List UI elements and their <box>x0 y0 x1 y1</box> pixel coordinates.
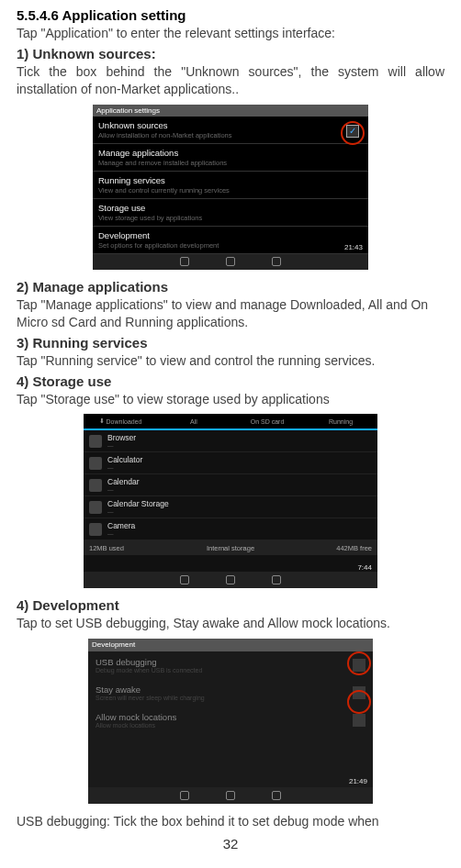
dev-row: Allow mock locations Allow mock location… <box>88 707 373 734</box>
annotation-circle-icon <box>347 690 371 714</box>
page-number: 32 <box>17 836 444 851</box>
para-running-services: Tap "Running service" to view and contro… <box>17 352 444 371</box>
app-icon <box>89 501 102 514</box>
row-title: Manage applications <box>98 148 363 158</box>
annotation-circle-icon <box>341 121 365 145</box>
row-title: Development <box>98 230 363 240</box>
row-sub: Set options for application development <box>98 241 363 250</box>
dev-sub: Screen will never sleep while charging <box>96 695 345 701</box>
back-icon <box>180 575 189 584</box>
sub-development: 4) Development <box>17 597 444 613</box>
app-sub: — <box>107 508 169 515</box>
sub-manage-apps: 2) Manage applications <box>17 279 444 295</box>
para-usb-debugging: USB debugging: Tick the box behind it to… <box>17 813 444 831</box>
app-sub: — <box>107 530 135 537</box>
recent-icon <box>272 791 281 800</box>
app-name: Browser <box>107 433 136 442</box>
row-sub: View and control currently running servi… <box>98 186 363 195</box>
app-row: Calendar— <box>84 474 377 496</box>
para-development: Tap to set USB debugging, Stay awake and… <box>17 615 444 633</box>
recent-icon <box>272 575 281 584</box>
tab-label: Running <box>329 418 353 425</box>
sub-unknown-sources: 1) Unknown sources: <box>17 46 444 61</box>
dev-title: Allow mock locations <box>96 712 345 722</box>
back-icon <box>180 257 189 266</box>
storage-used: 12MB used <box>84 540 182 555</box>
row-sub: Allow installation of non-Market applica… <box>98 131 363 139</box>
dev-sub: Allow mock locations <box>96 722 345 729</box>
nav-bar <box>93 254 368 270</box>
section-heading: 5.5.4.6 Application setting <box>17 7 444 23</box>
status-time: 21:49 <box>349 777 367 785</box>
tab-bar: ⬇Downloaded All On SD card Running <box>84 414 377 430</box>
app-row: Browser— <box>84 430 377 452</box>
intro-text: Tap "Application" to enter the relevant … <box>17 25 444 43</box>
app-icon <box>89 523 102 536</box>
status-time: 7:44 <box>357 563 372 572</box>
dev-title: Stay awake <box>96 684 345 695</box>
settings-row: Development Set options for application … <box>93 227 368 254</box>
sub-storage-use: 4) Storage use <box>17 373 444 389</box>
annotation-circle-icon <box>347 651 371 675</box>
screenshot-development: Development USB debugging Debug mode whe… <box>88 639 373 804</box>
status-time: 21:43 <box>344 243 363 251</box>
settings-row: Storage use View storage used by applica… <box>93 199 368 227</box>
tab-sdcard: On SD card <box>230 414 304 430</box>
settings-row: Unknown sources Allow installation of no… <box>93 117 368 144</box>
app-sub: — <box>107 442 136 449</box>
app-sub: — <box>107 486 140 493</box>
tab-all: All <box>157 414 230 430</box>
screenshot-manage-apps: ⬇Downloaded All On SD card Running Brows… <box>84 414 377 588</box>
dev-title: USB debugging <box>96 657 345 667</box>
storage-free: 442MB free <box>279 540 377 555</box>
checkbox-icon <box>353 714 365 727</box>
app-icon <box>89 457 102 470</box>
app-icon <box>89 435 102 448</box>
recent-icon <box>272 257 281 266</box>
app-icon <box>89 479 102 492</box>
back-icon <box>180 791 189 800</box>
nav-bar <box>84 572 377 588</box>
row-sub: View storage used by applications <box>98 214 363 222</box>
storage-bar: 12MB used Internal storage 442MB free <box>84 540 377 555</box>
screenshot-app-settings: Application settings Unknown sources All… <box>93 105 368 270</box>
row-sub: Manage and remove installed applications <box>98 159 363 167</box>
dev-row: Stay awake Screen will never sleep while… <box>88 679 373 707</box>
sub-running-services: 3) Running services <box>17 335 444 351</box>
app-name: Camera <box>107 521 135 530</box>
screenshot-titlebar: Development <box>88 639 373 651</box>
storage-type: Internal storage <box>182 540 280 555</box>
row-title: Running services <box>98 175 363 185</box>
download-icon: ⬇ <box>99 417 105 425</box>
screenshot-titlebar: Application settings <box>93 105 368 117</box>
row-title: Unknown sources <box>98 120 363 130</box>
dev-sub: Debug mode when USB is connected <box>96 667 345 673</box>
home-icon <box>226 257 235 266</box>
app-row: Calculator— <box>84 452 377 474</box>
tab-label: On SD card <box>251 418 285 425</box>
home-icon <box>226 575 235 584</box>
tab-running: Running <box>304 414 377 430</box>
para-storage-use: Tap "Storage use" to view storage used b… <box>17 391 444 409</box>
tab-downloaded: ⬇Downloaded <box>84 414 157 430</box>
row-title: Storage use <box>98 203 363 213</box>
tab-label: Downloaded <box>107 418 142 425</box>
app-sub: — <box>107 464 142 471</box>
app-name: Calendar Storage <box>107 499 169 508</box>
tab-label: All <box>190 418 197 425</box>
settings-row: Manage applications Manage and remove in… <box>93 144 368 172</box>
dev-row: USB debugging Debug mode when USB is con… <box>88 651 373 679</box>
app-name: Calendar <box>107 477 140 486</box>
settings-row: Running services View and control curren… <box>93 172 368 199</box>
nav-bar <box>88 787 373 804</box>
para-manage-apps: Tap "Manage applications" to view and ma… <box>17 296 444 332</box>
app-row: Camera— <box>84 518 377 540</box>
home-icon <box>226 791 235 800</box>
app-name: Calculator <box>107 455 142 464</box>
app-row: Calendar Storage— <box>84 496 377 518</box>
para-unknown-sources: Tick the box behind the "Unknown sources… <box>17 63 444 99</box>
